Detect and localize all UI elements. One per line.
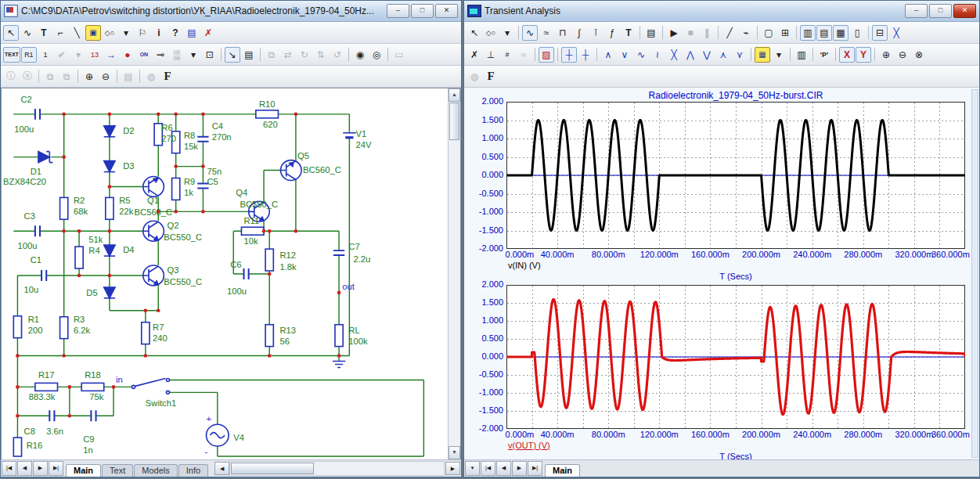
- add-tag-icon[interactable]: ⊥: [483, 47, 499, 63]
- show-attributes-icon[interactable]: R1: [21, 47, 37, 63]
- scroll-right-icon[interactable]: ▶: [445, 462, 460, 475]
- global-low-icon[interactable]: ⋁: [699, 47, 715, 63]
- stop-icon[interactable]: ■: [683, 25, 698, 41]
- properties-icon[interactable]: ▤: [643, 25, 659, 41]
- show-node-numbers-icon[interactable]: 1: [38, 47, 53, 63]
- zoom-window-icon[interactable]: ⊗: [911, 47, 927, 63]
- dc-analysis-icon[interactable]: ⊓: [555, 25, 571, 41]
- select-box-icon[interactable]: ▢: [761, 25, 776, 41]
- nav-button-icon[interactable]: |◀: [481, 461, 495, 476]
- info-mode-icon[interactable]: i: [151, 25, 167, 41]
- zoom-in-icon[interactable]: ⊕: [81, 69, 97, 85]
- rotate-icon[interactable]: ↻: [297, 47, 312, 63]
- zoom-in-icon[interactable]: ⊕: [878, 47, 894, 63]
- tab-text[interactable]: Text: [102, 464, 133, 477]
- scroll-track[interactable]: [449, 141, 460, 446]
- minimize-button[interactable]: –: [905, 4, 928, 18]
- scroll-up-icon[interactable]: ▲: [449, 88, 460, 102]
- show-power-icon[interactable]: ●: [120, 47, 135, 63]
- no-errors-icon[interactable]: ⓘ: [3, 69, 19, 85]
- attribute-properties-icon[interactable]: ▤: [241, 47, 257, 63]
- hscroll-thumb[interactable]: [231, 463, 314, 474]
- tab-main[interactable]: Main: [66, 464, 101, 477]
- show-vip-icon[interactable]: ✔: [54, 47, 70, 63]
- scroll-left-icon[interactable]: ◀: [214, 462, 229, 475]
- tab-main[interactable]: Main: [545, 464, 580, 477]
- font-icon[interactable]: F: [160, 69, 175, 85]
- tracker-vertical-icon[interactable]: ▥: [800, 25, 816, 41]
- select-mode-icon[interactable]: ↖: [467, 25, 482, 41]
- ortho-wire-mode-icon[interactable]: ⌐: [52, 25, 68, 41]
- add-data-tag-icon[interactable]: #: [499, 47, 515, 63]
- waveform-plot-vin[interactable]: [506, 102, 965, 249]
- tab-models[interactable]: Models: [134, 464, 177, 477]
- nav-button-icon[interactable]: ▶|: [49, 461, 63, 476]
- flip-y-icon[interactable]: ⇅: [313, 47, 329, 63]
- show-node-voltages-icon[interactable]: 13: [87, 47, 103, 63]
- trace-label-vin[interactable]: v(IN) (V): [508, 261, 971, 272]
- go-to-valley-icon[interactable]: ∨: [617, 47, 632, 63]
- y-scale-icon[interactable]: Y: [856, 47, 871, 63]
- go-to-fall-icon[interactable]: ≀: [650, 47, 665, 63]
- clear-errors-icon[interactable]: ⓧ: [20, 69, 35, 85]
- go-to-crossing-icon[interactable]: ╳: [666, 47, 682, 63]
- copy-to-front-icon[interactable]: ⧉: [59, 69, 74, 85]
- show-currents-icon[interactable]: →: [103, 47, 119, 63]
- flag-mode-icon[interactable]: ⚐: [135, 25, 150, 41]
- graph-grid-icon[interactable]: ⊞: [777, 25, 793, 41]
- zoom-out-icon[interactable]: ⊖: [895, 47, 910, 63]
- minor-grid-icon[interactable]: ▯: [849, 25, 865, 41]
- shapes-dropdown-icon[interactable]: ▾: [118, 25, 134, 41]
- color-patterns-icon[interactable]: ▨: [539, 47, 554, 63]
- show-wire-ends-icon[interactable]: ⊸: [153, 47, 168, 63]
- vertical-cursor-icon[interactable]: ┼: [578, 47, 593, 63]
- copy-to-back-icon[interactable]: ⧉: [42, 69, 58, 85]
- nav-button-icon[interactable]: ▶: [512, 461, 527, 476]
- go-to-peak-icon[interactable]: ∧: [600, 47, 616, 63]
- trace-label-vout[interactable]: v(OUT) (V): [508, 441, 971, 452]
- schematic-canvas[interactable]: C2100uD1BZX84C20C3100uC110uR1200R268kR36…: [2, 88, 448, 459]
- find-icon[interactable]: ◉: [352, 47, 368, 63]
- show-border-icon[interactable]: ⊡: [202, 47, 218, 63]
- align-cursors-icon[interactable]: ≈: [516, 47, 531, 63]
- single-plot-icon[interactable]: ⊟: [872, 25, 888, 41]
- sensitivity-icon[interactable]: ƒ: [604, 25, 620, 41]
- envelope-top-icon[interactable]: ⋏: [715, 47, 731, 63]
- transient-analysis-icon[interactable]: ∿: [522, 25, 538, 41]
- horizontal-scrollbar[interactable]: ◀ ▶: [214, 461, 460, 476]
- waveform-plot-vout[interactable]: [506, 285, 965, 429]
- x-scale-icon[interactable]: X: [839, 47, 855, 63]
- shapes-mode-icon[interactable]: ◇○: [483, 25, 499, 41]
- text-mode-icon[interactable]: T: [36, 25, 52, 41]
- design-checks-icon[interactable]: ▭: [391, 47, 407, 63]
- vertical-scrollbar[interactable]: ▲ ▼: [448, 88, 460, 459]
- show-attribute-text-icon[interactable]: TEXT: [3, 47, 20, 63]
- close-button[interactable]: ✕: [953, 4, 976, 18]
- tracker-grid-icon[interactable]: ▦: [833, 25, 848, 41]
- nav-button-icon[interactable]: ◀: [496, 461, 511, 476]
- line-mode-icon[interactable]: ╲: [69, 25, 85, 41]
- component-mode-icon[interactable]: ▣: [85, 25, 101, 41]
- help-mode-icon[interactable]: ?: [168, 25, 183, 41]
- mirror-icon[interactable]: ⇄: [280, 47, 296, 63]
- minimize-button[interactable]: –: [387, 4, 409, 18]
- wire-mode-icon[interactable]: ∿: [20, 25, 35, 41]
- maximize-button[interactable]: □: [929, 4, 952, 18]
- scroll-down-icon[interactable]: ▼: [449, 446, 460, 459]
- polyline-mode-icon[interactable]: ⌁: [738, 25, 754, 41]
- thumbnail-icon[interactable]: ▤: [121, 69, 136, 85]
- delete-datapoint-icon[interactable]: ✗: [467, 47, 482, 63]
- left-titlebar[interactable]: C:\MC9\DATA\Petrov\switching distortion\…: [1, 1, 461, 22]
- shapes-dropdown-icon[interactable]: ▾: [499, 25, 515, 41]
- animate-icon[interactable]: ◍: [467, 69, 482, 85]
- envelope-bottom-icon[interactable]: ⋎: [732, 47, 748, 63]
- plot-scrollbar[interactable]: [971, 89, 978, 458]
- periodic-steady-state-icon[interactable]: 'P': [816, 47, 832, 63]
- ac-analysis-icon[interactable]: ≈: [539, 25, 554, 41]
- show-grid-icon[interactable]: ░: [169, 47, 185, 63]
- horizontal-cursor-icon[interactable]: ┼: [561, 47, 577, 63]
- state-variables-icon[interactable]: ▦: [755, 47, 770, 63]
- flip-x-icon[interactable]: ↺: [330, 47, 345, 63]
- nav-button-icon[interactable]: ◀: [17, 461, 32, 476]
- go-to-rise-icon[interactable]: ∿: [633, 47, 649, 63]
